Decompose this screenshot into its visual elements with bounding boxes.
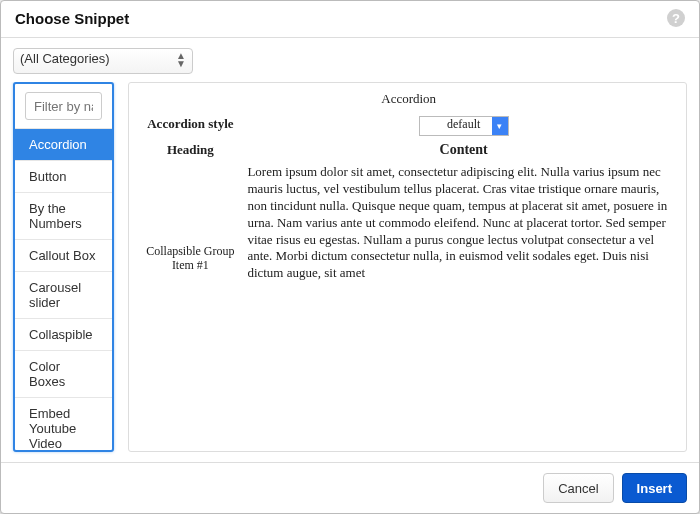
category-select[interactable]: (All Categories) ▲▼ <box>13 48 193 74</box>
filter-input[interactable] <box>25 92 102 120</box>
cancel-button[interactable]: Cancel <box>543 473 613 503</box>
style-label: Accordion style <box>137 116 247 132</box>
list-item[interactable]: Color Boxes <box>15 351 112 398</box>
content-label: Content <box>247 142 680 158</box>
list-item[interactable]: By the Numbers <box>15 193 112 240</box>
preview-heading-row: Heading Content <box>137 139 680 161</box>
list-item[interactable]: Collaspible <box>15 319 112 351</box>
style-selected-label: default <box>447 117 480 131</box>
body-text: Lorem ipsum dolor sit amet, consectetur … <box>247 164 680 282</box>
modal-footer: Cancel Insert <box>1 462 699 513</box>
list-item[interactable]: Carousel slider <box>15 272 112 319</box>
modal-title: Choose Snippet <box>15 10 129 27</box>
preview-title: Accordion <box>137 91 680 113</box>
modal-header: Choose Snippet ? <box>1 1 699 38</box>
snippet-list-container: AccordionButtonBy the NumbersCallout Box… <box>15 128 112 450</box>
category-selected-label: (All Categories) <box>20 51 110 66</box>
group-item-label: Collapsible Group Item #1 <box>137 164 247 273</box>
chevron-down-icon: ▾ <box>492 117 508 135</box>
toolbar: (All Categories) ▲▼ <box>1 38 699 82</box>
snippet-list-panel: AccordionButtonBy the NumbersCallout Box… <box>13 82 114 452</box>
list-item[interactable]: Accordion <box>15 129 112 161</box>
list-item[interactable]: Callout Box <box>15 240 112 272</box>
accordion-style-select[interactable]: default ▾ <box>419 116 509 136</box>
heading-label: Heading <box>137 142 247 158</box>
insert-button[interactable]: Insert <box>622 473 687 503</box>
list-item[interactable]: Button <box>15 161 112 193</box>
snippet-list[interactable]: AccordionButtonBy the NumbersCallout Box… <box>15 128 112 450</box>
preview-scroll[interactable]: Accordion Accordion style default ▾ Head… <box>129 83 686 451</box>
preview-style-row: Accordion style default ▾ <box>137 113 680 139</box>
filter-wrap <box>15 84 112 128</box>
preview-panel: Accordion Accordion style default ▾ Head… <box>128 82 687 452</box>
content-area: AccordionButtonBy the NumbersCallout Box… <box>1 82 699 462</box>
help-icon[interactable]: ? <box>667 9 685 27</box>
updown-icon: ▲▼ <box>176 52 186 68</box>
preview-body-row: Collapsible Group Item #1 Lorem ipsum do… <box>137 161 680 285</box>
style-value-cell: default ▾ <box>247 116 680 136</box>
list-item[interactable]: Embed Youtube Video <box>15 398 112 450</box>
choose-snippet-modal: Choose Snippet ? (All Categories) ▲▼ Acc… <box>0 0 700 514</box>
